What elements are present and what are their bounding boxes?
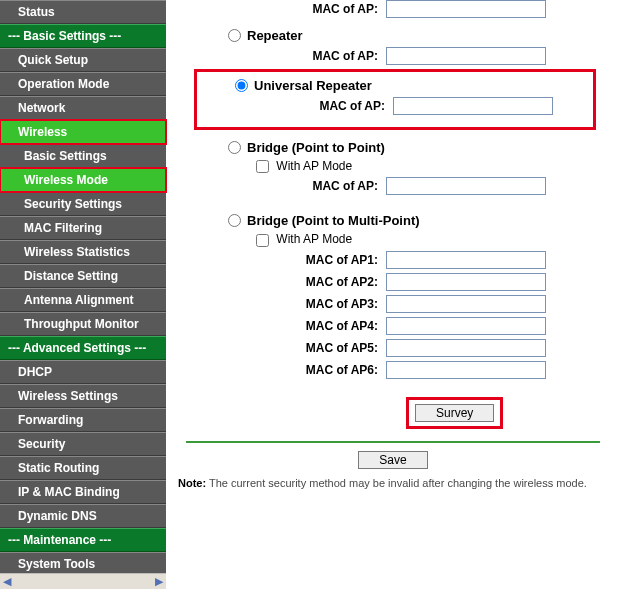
bridge-ptmp-radio[interactable] — [228, 214, 241, 227]
bridge-ptp-mac-label: MAC of AP: — [176, 179, 386, 193]
bridge-ptp-label: Bridge (Point to Point) — [247, 140, 385, 155]
note-label: Note: — [178, 477, 206, 489]
repeater-mac-label: MAC of AP: — [176, 49, 386, 63]
survey-button-highlight-box: Survey — [406, 397, 503, 429]
bridge-ptp-withap-label: With AP Mode — [276, 159, 352, 173]
sidebar-header: --- Basic Settings --- — [0, 24, 166, 48]
ptmp-mac-input-2[interactable] — [386, 273, 546, 291]
top-mac-input[interactable] — [386, 0, 546, 18]
sidebar-item-wireless-mode[interactable]: Wireless Mode — [0, 168, 166, 192]
sidebar-header: --- Advanced Settings --- — [0, 336, 166, 360]
note-text: The current security method may be inval… — [209, 477, 587, 489]
divider — [186, 441, 600, 443]
ur-mac-label: MAC of AP: — [201, 99, 393, 113]
sidebar-item-forwarding[interactable]: Forwarding — [0, 408, 166, 432]
bridge-ptmp-withap-label: With AP Mode — [276, 232, 352, 246]
note-text-row: Note: The current security method may be… — [176, 477, 610, 489]
universal-repeater-highlight-box: Universal Repeater MAC of AP: — [194, 69, 596, 130]
sidebar-item-quick-setup[interactable]: Quick Setup — [0, 48, 166, 72]
ptmp-mac-label-2: MAC of AP2: — [176, 275, 386, 289]
sidebar-item-security-settings[interactable]: Security Settings — [0, 192, 166, 216]
sidebar-item-static-routing[interactable]: Static Routing — [0, 456, 166, 480]
sidebar: Status--- Basic Settings ---Quick SetupO… — [0, 0, 166, 589]
survey-button[interactable]: Survey — [415, 404, 494, 422]
scroll-right-icon[interactable]: ▶ — [152, 575, 166, 588]
repeater-mac-input[interactable] — [386, 47, 546, 65]
sidebar-item-throughput-monitor[interactable]: Throughput Monitor — [0, 312, 166, 336]
universal-repeater-radio[interactable] — [235, 79, 248, 92]
sidebar-item-mac-filtering[interactable]: MAC Filtering — [0, 216, 166, 240]
sidebar-item-distance-setting[interactable]: Distance Setting — [0, 264, 166, 288]
sidebar-item-network[interactable]: Network — [0, 96, 166, 120]
universal-repeater-label: Universal Repeater — [254, 78, 372, 93]
ptmp-mac-label-3: MAC of AP3: — [176, 297, 386, 311]
bridge-ptp-withap-checkbox[interactable] — [256, 160, 269, 173]
main-content: MAC of AP: Repeater MAC of AP: Universal… — [166, 0, 620, 589]
bridge-ptmp-label: Bridge (Point to Multi-Point) — [247, 213, 420, 228]
ptmp-mac-label-6: MAC of AP6: — [176, 363, 386, 377]
top-mac-label: MAC of AP: — [176, 2, 386, 16]
ptmp-mac-input-4[interactable] — [386, 317, 546, 335]
sidebar-item-dhcp[interactable]: DHCP — [0, 360, 166, 384]
sidebar-item-antenna-alignment[interactable]: Antenna Alignment — [0, 288, 166, 312]
sidebar-item-dynamic-dns[interactable]: Dynamic DNS — [0, 504, 166, 528]
bridge-ptmp-withap-checkbox[interactable] — [256, 234, 269, 247]
ptmp-mac-input-1[interactable] — [386, 251, 546, 269]
ptmp-mac-input-6[interactable] — [386, 361, 546, 379]
ptmp-mac-label-5: MAC of AP5: — [176, 341, 386, 355]
sidebar-item-basic-settings[interactable]: Basic Settings — [0, 144, 166, 168]
ptmp-mac-input-3[interactable] — [386, 295, 546, 313]
bridge-ptp-radio[interactable] — [228, 141, 241, 154]
ur-mac-input[interactable] — [393, 97, 553, 115]
sidebar-item-wireless[interactable]: Wireless — [0, 120, 166, 144]
sidebar-item-wireless-statistics[interactable]: Wireless Statistics — [0, 240, 166, 264]
ptmp-mac-label-4: MAC of AP4: — [176, 319, 386, 333]
sidebar-header: --- Maintenance --- — [0, 528, 166, 552]
repeater-radio[interactable] — [228, 29, 241, 42]
sidebar-item-wireless-settings[interactable]: Wireless Settings — [0, 384, 166, 408]
bridge-ptp-mac-input[interactable] — [386, 177, 546, 195]
ptmp-mac-input-5[interactable] — [386, 339, 546, 357]
save-button[interactable]: Save — [358, 451, 427, 469]
repeater-label: Repeater — [247, 28, 303, 43]
horizontal-scrollbar[interactable]: ◀ ▶ — [0, 573, 166, 589]
sidebar-item-security[interactable]: Security — [0, 432, 166, 456]
scroll-left-icon[interactable]: ◀ — [0, 575, 14, 588]
ptmp-mac-label-1: MAC of AP1: — [176, 253, 386, 267]
sidebar-item-operation-mode[interactable]: Operation Mode — [0, 72, 166, 96]
sidebar-item-status[interactable]: Status — [0, 0, 166, 24]
sidebar-item-ip-mac-binding[interactable]: IP & MAC Binding — [0, 480, 166, 504]
